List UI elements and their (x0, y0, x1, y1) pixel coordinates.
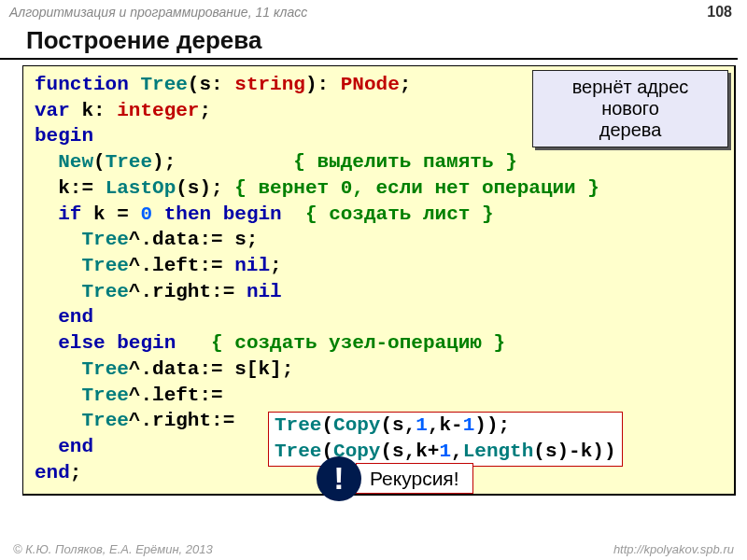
course-label: Алгоритмизация и программирование, 11 кл… (9, 5, 307, 20)
callout-line: нового (541, 98, 720, 119)
copyright: © К.Ю. Поляков, Е.А. Ерёмин, 2013 (13, 542, 213, 556)
id-tree: Tree (106, 151, 152, 173)
ty-string: string (234, 74, 305, 95)
num: 1 (463, 414, 475, 436)
kw-else: else (58, 332, 105, 354)
id-tree: Tree (81, 229, 128, 250)
comment: { вернет 0, если нет операции } (234, 177, 599, 199)
txt: ): (305, 74, 341, 95)
id-tree: Tree (81, 255, 128, 276)
id-copy: Copy (333, 414, 380, 436)
callout-line: вернёт адрес (541, 77, 720, 98)
footer: © К.Ю. Поляков, Е.А. Ерёмин, 2013 http:/… (0, 542, 747, 556)
id-tree: Tree (81, 281, 128, 302)
kw-then: then (164, 203, 211, 225)
comment: { создать лист } (305, 203, 494, 225)
kw-end: end (58, 436, 93, 457)
id-tree: Tree (81, 385, 128, 406)
kw-begin: begin (117, 332, 176, 354)
kw-nil: nil (247, 281, 282, 302)
num: 1 (416, 414, 428, 436)
kw-var: var (35, 100, 70, 121)
kw-begin: begin (223, 203, 282, 225)
id-tree: Tree (81, 358, 128, 380)
callout-line: дерева (541, 119, 720, 141)
kw-end: end (35, 462, 70, 483)
comment: { выделить память } (293, 151, 516, 173)
id-tree: Tree (140, 74, 187, 95)
header: Алгоритмизация и программирование, 11 кл… (0, 0, 747, 24)
kw-nil: nil (234, 255, 270, 276)
recursion-badge: ! Рекурсия! (317, 456, 473, 501)
page-title: Построение дерева (0, 24, 738, 60)
callout-note: вернёт адрес нового дерева (532, 70, 728, 147)
comment: { создать узел-операцию } (211, 332, 505, 354)
id-lastop: LastOp (106, 177, 176, 199)
num: 0 (140, 203, 152, 225)
id-tree: Tree (275, 414, 321, 436)
code-block: вернёт адрес нового дерева function Tree… (22, 65, 736, 496)
badge-text: Рекурсия! (356, 463, 473, 495)
ty-pnode: PNode (341, 74, 400, 95)
kw-end: end (58, 306, 93, 328)
txt: (s: (188, 74, 234, 95)
ty-int: integer (117, 100, 199, 121)
exclaim-icon: ! (317, 456, 361, 501)
txt: ; (400, 74, 412, 95)
id-length: Length (463, 441, 534, 462)
id-new: New (58, 151, 93, 173)
kw-begin: begin (35, 125, 93, 147)
site-url: http://kpolyakov.spb.ru (613, 542, 734, 556)
id-tree: Tree (275, 441, 321, 462)
page-number: 108 (707, 4, 732, 21)
kw-if: if (58, 203, 81, 225)
txt: ; (199, 100, 211, 121)
id-tree: Tree (81, 410, 128, 431)
txt: k: (70, 100, 117, 121)
kw-function: function (35, 74, 129, 95)
